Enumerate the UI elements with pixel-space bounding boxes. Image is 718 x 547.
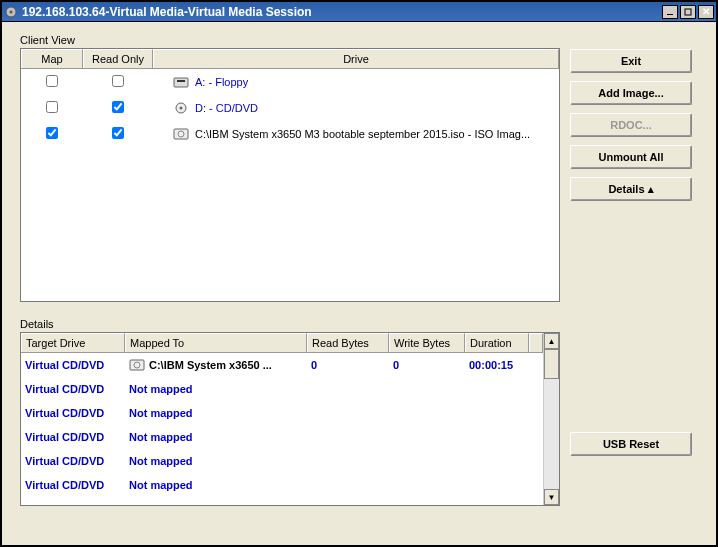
scroll-down-button[interactable]: ▼ [544, 489, 559, 505]
header-write-bytes[interactable]: Write Bytes [389, 333, 465, 352]
drive-icon [129, 358, 145, 372]
svg-rect-2 [667, 14, 673, 15]
drive-label[interactable]: D: - CD/DVD [195, 102, 258, 114]
details-table: Target Drive Mapped To Read Bytes Write … [20, 332, 560, 506]
map-checkbox[interactable] [46, 127, 58, 139]
target-drive-value: Virtual CD/DVD [21, 477, 125, 493]
read-bytes-value: 0 [307, 357, 389, 373]
minimize-button[interactable] [662, 5, 678, 19]
details-row: Virtual CD/DVDC:\IBM System x3650 ...000… [21, 353, 543, 377]
details-label: Details [20, 318, 698, 330]
drive-icon [173, 127, 189, 141]
side-buttons-2: USB Reset [570, 332, 692, 456]
target-drive-value: Virtual CD/DVD [21, 357, 125, 373]
details-scrollbar[interactable]: ▲ ▼ [543, 333, 559, 505]
read-bytes-value [307, 459, 389, 463]
target-drive-value: Virtual CD/DVD [21, 381, 125, 397]
scroll-up-button[interactable]: ▲ [544, 333, 559, 349]
client-view-row: C:\IBM System x3650 M3 bootable septembe… [21, 121, 559, 147]
scroll-track[interactable] [544, 379, 559, 489]
details-row: Virtual CD/DVDNot mapped [21, 449, 543, 473]
target-drive-value: Virtual CD/DVD [21, 453, 125, 469]
window-title: 192.168.103.64-Virtual Media-Virtual Med… [22, 5, 662, 19]
duration-value [465, 483, 529, 487]
write-bytes-value: 0 [389, 357, 465, 373]
write-bytes-value [389, 411, 465, 415]
details-header: Target Drive Mapped To Read Bytes Write … [21, 333, 543, 353]
readonly-checkbox[interactable] [112, 75, 124, 87]
mapped-to-value: Not mapped [129, 431, 193, 443]
usb-reset-button[interactable]: USB Reset [570, 432, 692, 456]
readonly-checkbox[interactable] [112, 127, 124, 139]
client-view-label: Client View [20, 34, 698, 46]
header-end [529, 333, 543, 352]
write-bytes-value [389, 387, 465, 391]
header-map[interactable]: Map [21, 49, 83, 68]
maximize-button[interactable] [680, 5, 696, 19]
window: 192.168.103.64-Virtual Media-Virtual Med… [0, 0, 718, 547]
scroll-thumb[interactable] [544, 349, 559, 379]
duration-value [465, 459, 529, 463]
close-button[interactable]: ✕ [698, 5, 714, 19]
client-view-row: D: - CD/DVD [21, 95, 559, 121]
exit-button[interactable]: Exit [570, 49, 692, 73]
client-view-row: A: - Floppy [21, 69, 559, 95]
content-area: Client View Map Read Only Drive A: - Flo… [2, 22, 716, 545]
titlebar: 192.168.103.64-Virtual Media-Virtual Med… [2, 2, 716, 22]
duration-value [465, 411, 529, 415]
svg-rect-4 [174, 78, 188, 87]
write-bytes-value [389, 483, 465, 487]
read-bytes-value [307, 387, 389, 391]
mapped-to-value: Not mapped [129, 383, 193, 395]
svg-point-1 [10, 10, 13, 13]
header-read-bytes[interactable]: Read Bytes [307, 333, 389, 352]
drive-icon [173, 75, 189, 89]
read-bytes-value [307, 411, 389, 415]
client-view-header: Map Read Only Drive [21, 49, 559, 69]
svg-rect-5 [177, 80, 185, 82]
readonly-checkbox[interactable] [112, 101, 124, 113]
details-row: Virtual CD/DVDNot mapped [21, 377, 543, 401]
duration-value: 00:00:15 [465, 357, 529, 373]
mapped-to-value: C:\IBM System x3650 ... [149, 359, 272, 371]
details-row: Virtual CD/DVDNot mapped [21, 401, 543, 425]
side-buttons: Exit Add Image... RDOC... Unmount All De… [570, 48, 692, 201]
drive-label[interactable]: A: - Floppy [195, 76, 248, 88]
duration-value [465, 387, 529, 391]
target-drive-value: Virtual CD/DVD [21, 405, 125, 421]
mapped-to-value: Not mapped [129, 479, 193, 491]
add-image-button[interactable]: Add Image... [570, 81, 692, 105]
drive-label: C:\IBM System x3650 M3 bootable septembe… [195, 128, 530, 140]
mapped-to-value: Not mapped [129, 455, 193, 467]
svg-point-7 [180, 107, 183, 110]
duration-value [465, 435, 529, 439]
drive-icon [173, 101, 189, 115]
write-bytes-value [389, 459, 465, 463]
header-mapped-to[interactable]: Mapped To [125, 333, 307, 352]
header-target-drive[interactable]: Target Drive [21, 333, 125, 352]
write-bytes-value [389, 435, 465, 439]
details-toggle-button[interactable]: Details ▴ [570, 177, 692, 201]
header-read-only[interactable]: Read Only [83, 49, 153, 68]
target-drive-value: Virtual CD/DVD [21, 429, 125, 445]
header-duration[interactable]: Duration [465, 333, 529, 352]
svg-rect-3 [685, 9, 691, 15]
details-row: Virtual CD/DVDNot mapped [21, 473, 543, 497]
window-controls: ✕ [662, 5, 714, 19]
rdoc-button: RDOC... [570, 113, 692, 137]
read-bytes-value [307, 483, 389, 487]
header-drive[interactable]: Drive [153, 49, 559, 68]
details-row: Virtual CD/DVDNot mapped [21, 425, 543, 449]
mapped-to-value: Not mapped [129, 407, 193, 419]
map-checkbox[interactable] [46, 101, 58, 113]
client-view-table: Map Read Only Drive A: - FloppyD: - CD/D… [20, 48, 560, 302]
read-bytes-value [307, 435, 389, 439]
unmount-all-button[interactable]: Unmount All [570, 145, 692, 169]
map-checkbox[interactable] [46, 75, 58, 87]
app-icon [4, 5, 18, 19]
